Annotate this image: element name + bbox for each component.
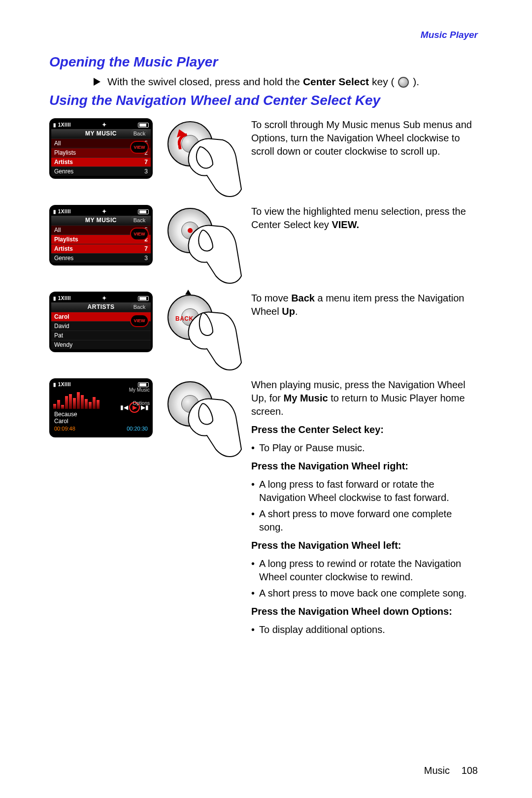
center-icon: ✦ xyxy=(102,295,107,301)
instruction-text-2: To view the highlighted menu selection, … xyxy=(251,205,478,236)
open-instruction: With the swivel closed, press and hold t… xyxy=(94,76,478,88)
list-item: •A long press to fast forward or rotate … xyxy=(251,478,478,504)
sub-heading-wheel-right: Press the Navigation Wheel right: xyxy=(251,460,478,473)
list-item: •To display additional options. xyxy=(251,623,478,636)
time-row: 00:09:48 00:20:30 xyxy=(51,425,151,432)
instruction-block-1: ▮ 1XIIII ✦ MY MUSIC All15 Playlists2 Art… xyxy=(49,118,478,192)
signal-icon: ▮ 1XIIII xyxy=(53,382,71,387)
phone-screen-my-music-1: ▮ 1XIIII ✦ MY MUSIC All15 Playlists2 Art… xyxy=(49,118,153,179)
artist-name: Carol xyxy=(51,418,151,425)
status-bar: ▮ 1XIIII ✦ xyxy=(51,207,151,216)
status-bar: ▮ 1XIIII ✦ xyxy=(51,294,151,302)
instruction-block-4: ▮ 1XIIII ▮◀ ▶ ▶▮ My Music Options Becaus… xyxy=(49,378,478,641)
list-item: •A short press to move forward one compl… xyxy=(251,507,478,534)
hand-icon xyxy=(177,299,246,372)
hand-icon xyxy=(177,385,246,459)
prev-icon: ▮◀ xyxy=(120,404,128,411)
my-music-label: My Music xyxy=(129,387,150,393)
sub-heading-wheel-left: Press the Navigation Wheel left: xyxy=(251,539,478,552)
status-bar: ▮ 1XIIII ✦ xyxy=(51,120,151,129)
phone-screen-my-music-2: ▮ 1XIIII ✦ MY MUSIC All15 Playlists2 Art… xyxy=(49,205,153,266)
softkeys: Back VIEW xyxy=(128,129,151,154)
battery-icon xyxy=(138,209,149,214)
signal-icon: ▮ 1XIIII xyxy=(53,209,71,214)
total-time: 00:20:30 xyxy=(127,426,148,432)
heading-navigation-wheel: Using the Navigation Wheel and Center Se… xyxy=(49,93,478,108)
center-select-key-icon xyxy=(398,77,409,88)
instruction-block-2: ▮ 1XIIII ✦ MY MUSIC All15 Playlists2 Art… xyxy=(49,205,478,279)
view-softkey: VIEW xyxy=(130,228,149,240)
elapsed-time: 00:09:48 xyxy=(54,426,75,432)
back-softkey: Back xyxy=(131,129,148,138)
back-softkey: Back xyxy=(131,302,148,311)
manual-page: Music Player Opening the Music Player Wi… xyxy=(0,0,532,798)
menu-row-artists: Artists7 xyxy=(51,244,151,253)
list-item: •A long press to rewind or rotate the Na… xyxy=(251,557,478,584)
footer-section: Music xyxy=(424,765,450,776)
signal-icon: ▮ 1XIIII xyxy=(53,122,71,128)
instruction-text-3: To move Back a menu item press the Navig… xyxy=(251,292,478,323)
side-labels: My Music Options xyxy=(129,387,150,406)
text: key ( xyxy=(372,76,395,87)
battery-icon xyxy=(138,382,149,387)
text: With the swivel closed, press and hold t… xyxy=(107,76,303,87)
sub-heading-wheel-down: Press the Navigation Wheel down Options: xyxy=(251,605,478,618)
view-softkey: VIEW xyxy=(130,314,149,327)
triangle-bullet-icon xyxy=(94,78,100,86)
battery-icon xyxy=(138,123,149,128)
signal-icon: ▮ 1XIIII xyxy=(53,296,71,301)
softkeys: Back VIEW xyxy=(128,216,151,240)
list-item: •To Play or Pause music. xyxy=(251,441,478,455)
menu-row-genres: Genres3 xyxy=(51,253,151,263)
view-softkey: VIEW xyxy=(130,141,149,154)
list-item: •A short press to move back one complete… xyxy=(251,587,478,600)
center-icon: ✦ xyxy=(102,122,107,128)
hand-icon xyxy=(177,212,246,286)
menu-row-artists: Artists7 xyxy=(51,157,151,166)
wheel-up-illustration: BACK xyxy=(163,292,241,366)
instruction-text-1: To scroll through My Music menus Sub men… xyxy=(251,118,478,163)
footer-page-number: 108 xyxy=(462,765,478,776)
menu-row-genres: Genres3 xyxy=(51,166,151,176)
artist-row: Pat xyxy=(51,331,151,340)
up-arrow-icon xyxy=(185,290,191,295)
back-softkey: Back xyxy=(131,216,148,225)
softkeys: Back VIEW xyxy=(128,302,151,327)
page-footer: Music 108 xyxy=(424,765,478,776)
instruction-text-4: When playing music, press the Navigation… xyxy=(251,378,478,641)
phone-screen-now-playing: ▮ 1XIIII ▮◀ ▶ ▶▮ My Music Options Becaus… xyxy=(49,378,153,437)
hand-icon xyxy=(177,125,246,199)
phone-screen-artists: ▮ 1XIIII ✦ ARTISTS Carol David Pat Wendy… xyxy=(49,292,153,352)
center-icon: ✦ xyxy=(102,208,107,215)
artist-row: Wendy xyxy=(51,340,151,349)
text: ). xyxy=(413,76,419,87)
wheel-plain-illustration xyxy=(163,378,241,452)
battery-icon xyxy=(138,296,149,301)
sub-heading-center-select: Press the Center Select key: xyxy=(251,423,478,436)
heading-opening-music-player: Opening the Music Player xyxy=(49,54,478,70)
wheel-press-illustration xyxy=(163,205,241,279)
header-section: Music Player xyxy=(49,30,478,40)
options-label: Options xyxy=(129,400,150,406)
wheel-scroll-illustration xyxy=(163,118,241,192)
text-bold: Center Select xyxy=(303,76,369,87)
instruction-block-3: ▮ 1XIIII ✦ ARTISTS Carol David Pat Wendy… xyxy=(49,292,478,366)
